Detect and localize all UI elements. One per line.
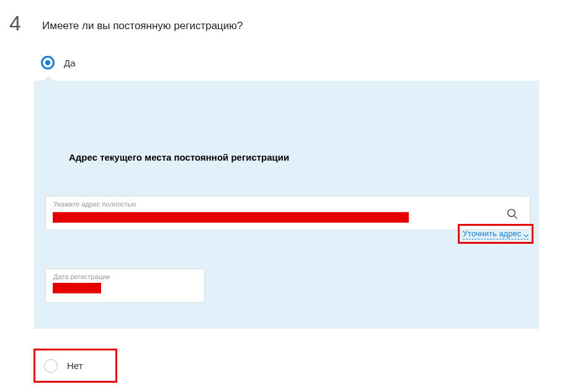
step-title: Имеете ли вы постоянную регистрацию? [42,20,243,32]
radio-yes-label: Да [64,58,76,68]
radio-no-input[interactable] [44,359,58,373]
svg-point-0 [508,210,516,217]
refine-address-link[interactable]: Уточнить адрес [463,229,529,239]
chevron-down-icon [524,231,529,236]
refine-address-link-text: Уточнить адрес [463,229,521,238]
registration-date-input[interactable]: Дата регистрации [45,269,205,303]
address-input-label: Укажите адрес полностью [53,200,136,208]
svg-line-1 [514,216,517,219]
registration-date-redacted-value [53,283,101,293]
search-icon[interactable] [506,208,519,220]
registration-date-label: Дата регистрации [53,273,110,280]
panel-heading: Адрес текущего места постоянной регистра… [69,152,289,163]
radio-no-highlight: Нет [33,349,117,383]
address-redacted-value [53,212,409,223]
radio-no-label: Нет [67,360,83,371]
refine-address-highlight: Уточнить адрес [458,224,534,244]
radio-yes-input[interactable] [41,56,55,69]
expanded-panel: Адрес текущего места постоянной регистра… [34,81,539,329]
radio-yes-row[interactable]: Да [41,56,76,69]
step-number: 4 [9,11,21,35]
